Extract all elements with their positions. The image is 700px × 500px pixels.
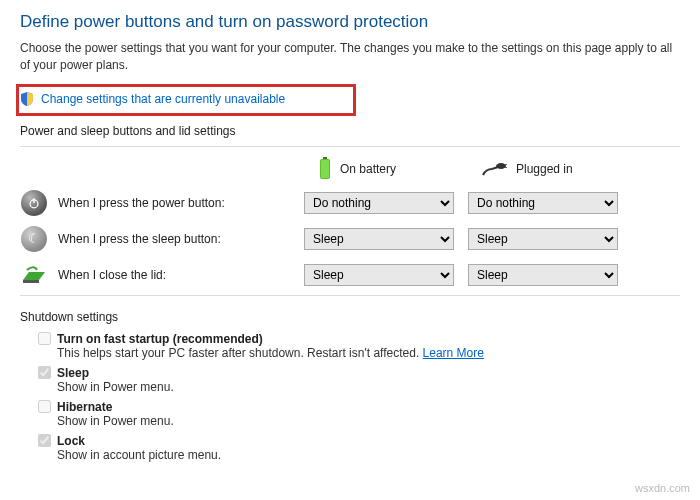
- fast-startup-item: Turn on fast startup (recommended) This …: [38, 332, 680, 360]
- sleep-checkbox[interactable]: [38, 366, 51, 379]
- lid-icon: [20, 261, 48, 289]
- sleep-button-icon: ☾: [20, 225, 48, 253]
- on-battery-label: On battery: [340, 162, 396, 176]
- sleep-button-row-label: ☾ When I press the sleep button:: [20, 225, 290, 253]
- lock-label: Lock: [57, 434, 85, 448]
- power-button-row-label: When I press the power button:: [20, 189, 290, 217]
- watermark: wsxdn.com: [635, 482, 690, 494]
- battery-icon: [318, 157, 332, 181]
- close-lid-row-label: When I close the lid:: [20, 261, 290, 289]
- svg-point-3: [496, 163, 506, 169]
- plugged-in-label: Plugged in: [516, 162, 573, 176]
- close-lid-battery-select[interactable]: Sleep: [304, 264, 454, 286]
- page-subtext: Choose the power settings that you want …: [20, 40, 680, 74]
- sleep-button-plugged-select[interactable]: Sleep: [468, 228, 618, 250]
- hibernate-desc: Show in Power menu.: [57, 414, 680, 428]
- sleep-item: Sleep Show in Power menu.: [38, 366, 680, 394]
- lock-item: Lock Show in account picture menu.: [38, 434, 680, 462]
- change-settings-link[interactable]: Change settings that are currently unava…: [41, 92, 285, 106]
- lock-desc: Show in account picture menu.: [57, 448, 680, 462]
- power-button-label: When I press the power button:: [58, 196, 225, 210]
- sleep-button-label: When I press the sleep button:: [58, 232, 221, 246]
- shutdown-settings-label: Shutdown settings: [20, 310, 680, 324]
- lock-checkbox[interactable]: [38, 434, 51, 447]
- change-settings-highlight: Change settings that are currently unava…: [16, 84, 356, 116]
- svg-rect-4: [505, 164, 507, 165]
- svg-rect-0: [323, 157, 327, 159]
- hibernate-item: Hibernate Show in Power menu.: [38, 400, 680, 428]
- sleep-desc: Show in Power menu.: [57, 380, 680, 394]
- hibernate-checkbox[interactable]: [38, 400, 51, 413]
- fast-startup-label: Turn on fast startup (recommended): [57, 332, 263, 346]
- shield-icon: [19, 91, 35, 107]
- divider: [20, 295, 680, 296]
- sleep-button-battery-select[interactable]: Sleep: [304, 228, 454, 250]
- plugged-in-header: Plugged in: [468, 161, 618, 177]
- learn-more-link[interactable]: Learn More: [423, 346, 484, 360]
- page-title: Define power buttons and turn on passwor…: [20, 12, 680, 32]
- power-grid: On battery Plugged in When I press the p…: [20, 157, 680, 289]
- svg-rect-8: [23, 280, 39, 283]
- close-lid-plugged-select[interactable]: Sleep: [468, 264, 618, 286]
- buttons-and-lid-section-label: Power and sleep buttons and lid settings: [20, 124, 680, 138]
- fast-startup-desc: This helps start your PC faster after sh…: [57, 346, 680, 360]
- hibernate-label: Hibernate: [57, 400, 112, 414]
- divider: [20, 146, 680, 147]
- close-lid-label: When I close the lid:: [58, 268, 166, 282]
- on-battery-header: On battery: [304, 157, 454, 181]
- fast-startup-checkbox[interactable]: [38, 332, 51, 345]
- power-button-icon: [20, 189, 48, 217]
- svg-rect-5: [505, 167, 507, 168]
- sleep-label: Sleep: [57, 366, 89, 380]
- plug-icon: [482, 161, 508, 177]
- svg-rect-2: [321, 160, 329, 178]
- power-button-battery-select[interactable]: Do nothing: [304, 192, 454, 214]
- power-button-plugged-select[interactable]: Do nothing: [468, 192, 618, 214]
